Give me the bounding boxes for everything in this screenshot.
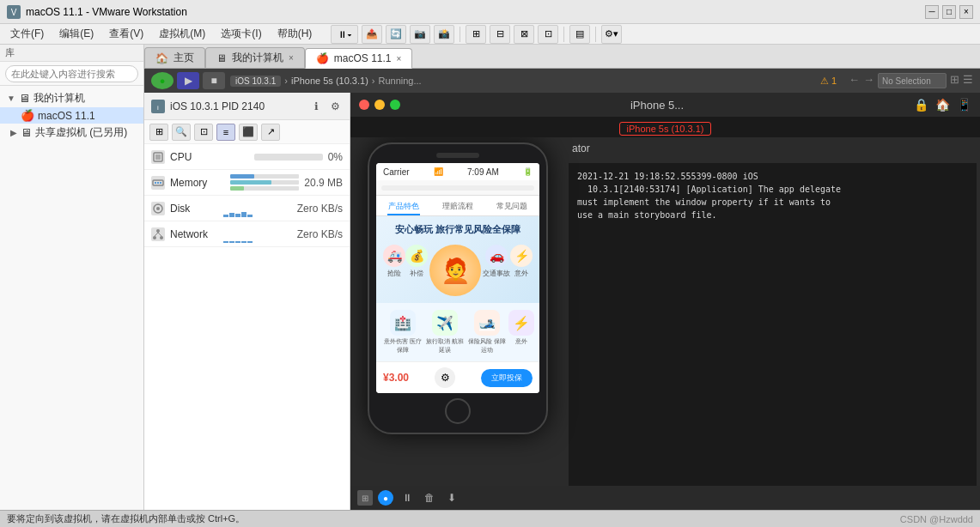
app-bottom-icon-3[interactable]: 🎿 保险风险 保障运动 [466,310,508,354]
tab-macos-close[interactable]: × [397,54,402,64]
inspector-btn[interactable]: ⊞ [950,73,959,88]
app-bottom-icon-2[interactable]: ✈️ 旅行取消 航班延误 [423,310,466,354]
sim-trash-btn[interactable]: 🗑 [421,489,438,506]
minimize-button[interactable]: ─ [925,5,939,19]
sim-filter-btn[interactable]: ● [378,490,393,506]
network-chart [223,226,292,243]
sim-lock-icon[interactable]: 🔒 [914,98,928,112]
xcode-stop-btn[interactable]: ■ [203,72,225,89]
app-bottom-icon-1[interactable]: 🏥 意外伤害 医疗保障 [381,310,423,354]
expand-icon2: ▶ [10,128,17,137]
svg-point-13 [156,229,160,233]
svg-text:V: V [11,8,17,17]
phone-frame: Carrier 📶 7:09 AM 🔋 [368,142,548,434]
app-icon-compensate-label: 补偿 [410,269,423,278]
sim-dot-red[interactable] [359,100,369,110]
app-price: ¥3.00 [383,372,409,384]
send-button[interactable]: 📤 [362,25,382,44]
title-bar-left: V macOS 11.1 - VMware Workstation [7,5,187,19]
app-bottom-icon-4-bg: ⚡ [508,310,534,336]
vmware-icon: V [7,5,21,19]
xcode-right-controls[interactable]: ← → No Selection ⊞ ☰ [849,73,973,88]
status-message: 要将定向到该虚拟机，请在虚拟机内部单击或按 Ctrl+G。 [7,512,245,525]
sim-dot-green[interactable] [390,100,400,110]
menu-help[interactable]: 帮助(H) [271,25,320,43]
tab-mycomputer-close[interactable]: × [289,53,294,63]
sim-screen-icon[interactable]: 📱 [957,98,971,112]
sidebar-item-macos[interactable]: 🍎 macOS 11.1 [0,107,143,124]
layout2-button[interactable]: ⊟ [490,25,510,44]
sim-title: iPhone 5... [630,99,684,112]
app-gear-btn[interactable]: ⚙ [435,367,455,388]
close-button[interactable]: × [959,5,973,19]
phone-speaker [436,153,479,158]
sim-title-icons[interactable]: 🔒 🏠 📱 [914,98,971,112]
phone-screen[interactable]: Carrier 📶 7:09 AM 🔋 [376,163,539,393]
app-bottom-icons: 🏥 意外伤害 医疗保障 ✈️ 旅行取消 航班延误 🎿 [381,306,534,358]
back-btn[interactable]: ← [849,73,860,88]
xcode-controls[interactable]: ● ▶ ■ [151,72,225,89]
macos-icon2: 🍎 [316,52,329,64]
sidebar-item-my-computer[interactable]: ▼ 🖥 我的计算机 [0,89,143,107]
process-header-icons[interactable]: ℹ ⚙ [308,99,343,114]
proc-btn2[interactable]: 🔍 [172,124,191,141]
tab-home[interactable]: 🏠 主页 [144,47,205,68]
xcode-play-btn[interactable]: ▶ [177,72,199,89]
process-info-btn[interactable]: ℹ [308,99,324,114]
pause-button[interactable]: ⏸▾ [331,25,358,44]
proc-btn3[interactable]: ⊡ [194,124,213,141]
refresh-button[interactable]: 🔄 [386,25,406,44]
terminal-button[interactable]: ▤ [569,25,590,44]
maximize-button[interactable]: □ [942,5,956,19]
cpu-label: CPU [170,151,249,163]
forward-btn[interactable]: → [863,73,874,88]
window-controls[interactable]: ─ □ × [925,5,973,19]
svg-rect-9 [160,182,161,184]
proc-btn6[interactable]: ↗ [261,124,280,141]
ios-badge: iOS 10.3.1 [230,76,281,87]
settings-button[interactable]: ⚙▾ [601,25,622,44]
sim-dot-yellow[interactable] [374,100,385,110]
process-toolbar-btns[interactable]: ⊞ 🔍 ⊡ ≡ ⬛ ↗ [149,124,280,141]
menu-edit[interactable]: 编辑(E) [52,25,100,43]
app-nav-features[interactable]: 产品特色 [376,196,430,215]
navigator-btn[interactable]: ☰ [963,73,973,88]
search-input[interactable] [5,65,138,82]
menu-view[interactable]: 查看(V) [102,25,150,43]
sim-dots [359,100,400,110]
sim-download-btn[interactable]: ⬇ [443,489,460,506]
running-badge: Running... [379,76,422,86]
macos-label: macOS 11.1 [38,110,95,122]
tab-my-computer[interactable]: 🖥 我的计算机 × [205,47,305,68]
download-icon: ⬇ [447,492,456,504]
no-selection[interactable]: No Selection [878,73,947,88]
app-hero-title: 安心畅玩 旅行常见风险全保障 [383,223,533,236]
app-icon-emergency: ⚡ 意外 [510,245,533,296]
process-gear-btn[interactable]: ⚙ [327,99,343,114]
menu-vm[interactable]: 虚拟机(M) [152,25,212,43]
sim-debug-btn[interactable]: ⊞ [357,490,373,506]
app-bottom-icon-4[interactable]: ⚡ 意外 [508,310,534,354]
tab-mycomputer-label: 我的计算机 [232,51,283,65]
app-nav-claims[interactable]: 理赔流程 [430,196,484,215]
proc-btn1[interactable]: ⊞ [149,124,168,141]
sim-pause-btn[interactable]: ⏸ [399,489,416,506]
sidebar-search[interactable] [0,62,143,86]
app-bottom-label-3: 保险风险 保障运动 [466,337,508,354]
snapshot-button[interactable]: 📷 [410,25,430,44]
sidebar-item-shared[interactable]: ▶ 🖥 共享虚拟机 (已另用) [0,124,143,142]
layout1-button[interactable]: ⊞ [466,25,486,44]
sim-home-icon[interactable]: 🏠 [935,98,950,112]
app-nav-faq[interactable]: 常见问题 [485,196,539,215]
debug-icon: ⊞ [362,494,368,503]
tab-macos[interactable]: 🍎 macOS 11.1 × [305,48,413,69]
app-cta-button[interactable]: 立即投保 [481,369,533,387]
proc-btn5[interactable]: ⬛ [239,124,258,141]
menu-file[interactable]: 文件(F) [3,25,51,43]
phone-home-button[interactable] [445,398,471,424]
camera-button[interactable]: 📸 [434,25,454,44]
menu-tab[interactable]: 选项卡(I) [214,25,268,43]
proc-btn4[interactable]: ≡ [216,124,235,141]
layout4-button[interactable]: ⊡ [538,25,558,44]
layout3-button[interactable]: ⊠ [514,25,534,44]
